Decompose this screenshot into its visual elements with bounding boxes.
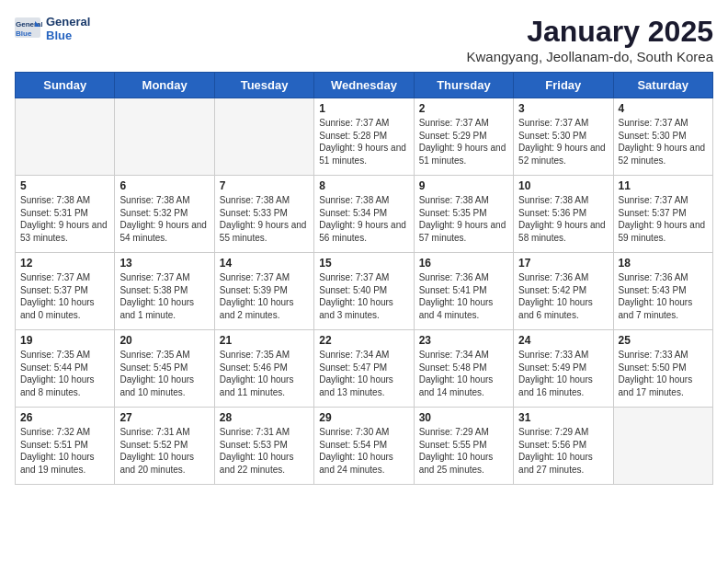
cell-text: Sunrise: 7:34 AM Sunset: 5:48 PM Dayligh… <box>419 349 508 398</box>
cell-text: Sunrise: 7:38 AM Sunset: 5:34 PM Dayligh… <box>319 194 408 244</box>
cell-text: Sunrise: 7:38 AM Sunset: 5:31 PM Dayligh… <box>20 194 109 244</box>
cell-text: Sunrise: 7:37 AM Sunset: 5:40 PM Dayligh… <box>319 271 408 321</box>
cell-text: Sunrise: 7:30 AM Sunset: 5:54 PM Dayligh… <box>319 426 408 476</box>
calendar-cell: 20Sunrise: 7:35 AM Sunset: 5:45 PM Dayli… <box>115 330 214 408</box>
calendar-cell: 10Sunrise: 7:38 AM Sunset: 5:36 PM Dayli… <box>514 176 613 253</box>
cell-text: Sunrise: 7:37 AM Sunset: 5:37 PM Dayligh… <box>619 194 708 244</box>
page-header: General Blue General Blue January 2025 K… <box>15 15 713 64</box>
day-number: 26 <box>20 411 109 424</box>
calendar-cell <box>613 408 712 485</box>
calendar-cell: 8Sunrise: 7:38 AM Sunset: 5:34 PM Daylig… <box>314 176 414 253</box>
day-header-tuesday: Tuesday <box>214 73 313 98</box>
calendar-cell: 7Sunrise: 7:38 AM Sunset: 5:33 PM Daylig… <box>214 176 313 253</box>
day-number: 2 <box>419 102 508 115</box>
day-number: 21 <box>220 334 309 347</box>
calendar-subtitle: Kwangyang, Jeollanam-do, South Korea <box>466 49 713 64</box>
cell-text: Sunrise: 7:37 AM Sunset: 5:28 PM Dayligh… <box>319 117 408 167</box>
cell-text: Sunrise: 7:29 AM Sunset: 5:56 PM Dayligh… <box>518 426 608 476</box>
day-header-monday: Monday <box>115 73 214 98</box>
week-row-5: 26Sunrise: 7:32 AM Sunset: 5:51 PM Dayli… <box>16 408 713 485</box>
day-number: 5 <box>20 179 109 192</box>
header-row: SundayMondayTuesdayWednesdayThursdayFrid… <box>16 73 713 98</box>
day-number: 12 <box>20 257 109 270</box>
calendar-cell: 15Sunrise: 7:37 AM Sunset: 5:40 PM Dayli… <box>314 253 414 330</box>
day-number: 22 <box>319 334 408 347</box>
logo-blue: Blue <box>46 29 90 42</box>
cell-text: Sunrise: 7:37 AM Sunset: 5:29 PM Dayligh… <box>419 117 508 167</box>
week-row-3: 12Sunrise: 7:37 AM Sunset: 5:37 PM Dayli… <box>16 253 713 330</box>
cell-text: Sunrise: 7:29 AM Sunset: 5:55 PM Dayligh… <box>419 426 508 476</box>
week-row-1: 1Sunrise: 7:37 AM Sunset: 5:28 PM Daylig… <box>16 98 713 176</box>
day-number: 18 <box>619 257 708 270</box>
cell-text: Sunrise: 7:35 AM Sunset: 5:45 PM Dayligh… <box>119 349 209 398</box>
calendar-cell: 26Sunrise: 7:32 AM Sunset: 5:51 PM Dayli… <box>16 408 115 485</box>
title-block: January 2025 Kwangyang, Jeollanam-do, So… <box>466 15 713 64</box>
cell-text: Sunrise: 7:36 AM Sunset: 5:43 PM Dayligh… <box>619 271 708 321</box>
cell-text: Sunrise: 7:35 AM Sunset: 5:46 PM Dayligh… <box>220 349 309 398</box>
cell-text: Sunrise: 7:38 AM Sunset: 5:35 PM Dayligh… <box>419 194 508 244</box>
day-number: 17 <box>518 257 608 270</box>
calendar-cell: 6Sunrise: 7:38 AM Sunset: 5:32 PM Daylig… <box>115 176 214 253</box>
calendar-cell: 19Sunrise: 7:35 AM Sunset: 5:44 PM Dayli… <box>16 330 115 408</box>
cell-text: Sunrise: 7:33 AM Sunset: 5:49 PM Dayligh… <box>518 349 608 398</box>
logo-general: General <box>46 15 90 29</box>
calendar-cell: 2Sunrise: 7:37 AM Sunset: 5:29 PM Daylig… <box>414 98 513 176</box>
logo-icon: General Blue <box>15 17 42 40</box>
cell-text: Sunrise: 7:36 AM Sunset: 5:41 PM Dayligh… <box>419 271 508 321</box>
calendar-cell: 29Sunrise: 7:30 AM Sunset: 5:54 PM Dayli… <box>314 408 414 485</box>
day-header-friday: Friday <box>514 73 613 98</box>
day-number: 7 <box>220 179 309 192</box>
calendar-cell: 5Sunrise: 7:38 AM Sunset: 5:31 PM Daylig… <box>16 176 115 253</box>
day-number: 24 <box>518 334 608 347</box>
day-number: 27 <box>119 411 209 424</box>
calendar-cell <box>115 98 214 176</box>
day-number: 29 <box>319 411 408 424</box>
calendar-cell: 16Sunrise: 7:36 AM Sunset: 5:41 PM Dayli… <box>414 253 513 330</box>
calendar-cell: 3Sunrise: 7:37 AM Sunset: 5:30 PM Daylig… <box>514 98 613 176</box>
day-number: 15 <box>319 257 408 270</box>
calendar-cell: 1Sunrise: 7:37 AM Sunset: 5:28 PM Daylig… <box>314 98 414 176</box>
calendar-table: SundayMondayTuesdayWednesdayThursdayFrid… <box>15 72 713 485</box>
cell-text: Sunrise: 7:31 AM Sunset: 5:53 PM Dayligh… <box>220 426 309 476</box>
calendar-cell: 22Sunrise: 7:34 AM Sunset: 5:47 PM Dayli… <box>314 330 414 408</box>
day-number: 16 <box>419 257 508 270</box>
day-header-sunday: Sunday <box>16 73 115 98</box>
cell-text: Sunrise: 7:32 AM Sunset: 5:51 PM Dayligh… <box>20 426 109 476</box>
calendar-cell: 14Sunrise: 7:37 AM Sunset: 5:39 PM Dayli… <box>214 253 313 330</box>
day-number: 20 <box>119 334 209 347</box>
day-number: 10 <box>518 179 608 192</box>
day-header-saturday: Saturday <box>613 73 712 98</box>
week-row-2: 5Sunrise: 7:38 AM Sunset: 5:31 PM Daylig… <box>16 176 713 253</box>
cell-text: Sunrise: 7:38 AM Sunset: 5:32 PM Dayligh… <box>119 194 209 244</box>
calendar-cell: 25Sunrise: 7:33 AM Sunset: 5:50 PM Dayli… <box>613 330 712 408</box>
cell-text: Sunrise: 7:38 AM Sunset: 5:36 PM Dayligh… <box>518 194 608 244</box>
calendar-cell: 27Sunrise: 7:31 AM Sunset: 5:52 PM Dayli… <box>115 408 214 485</box>
cell-text: Sunrise: 7:33 AM Sunset: 5:50 PM Dayligh… <box>619 349 708 398</box>
cell-text: Sunrise: 7:37 AM Sunset: 5:39 PM Dayligh… <box>220 271 309 321</box>
day-header-thursday: Thursday <box>414 73 513 98</box>
calendar-title: January 2025 <box>466 15 713 49</box>
calendar-cell: 23Sunrise: 7:34 AM Sunset: 5:48 PM Dayli… <box>414 330 513 408</box>
cell-text: Sunrise: 7:36 AM Sunset: 5:42 PM Dayligh… <box>518 271 608 321</box>
day-number: 14 <box>220 257 309 270</box>
calendar-cell: 4Sunrise: 7:37 AM Sunset: 5:30 PM Daylig… <box>613 98 712 176</box>
calendar-cell: 21Sunrise: 7:35 AM Sunset: 5:46 PM Dayli… <box>214 330 313 408</box>
cell-text: Sunrise: 7:37 AM Sunset: 5:37 PM Dayligh… <box>20 271 109 321</box>
calendar-cell: 30Sunrise: 7:29 AM Sunset: 5:55 PM Dayli… <box>414 408 513 485</box>
week-row-4: 19Sunrise: 7:35 AM Sunset: 5:44 PM Dayli… <box>16 330 713 408</box>
day-number: 25 <box>619 334 708 347</box>
cell-text: Sunrise: 7:37 AM Sunset: 5:30 PM Dayligh… <box>518 117 608 167</box>
day-number: 1 <box>319 102 408 115</box>
calendar-cell: 31Sunrise: 7:29 AM Sunset: 5:56 PM Dayli… <box>514 408 613 485</box>
calendar-cell: 13Sunrise: 7:37 AM Sunset: 5:38 PM Dayli… <box>115 253 214 330</box>
day-number: 9 <box>419 179 508 192</box>
cell-text: Sunrise: 7:37 AM Sunset: 5:38 PM Dayligh… <box>119 271 209 321</box>
day-number: 4 <box>619 102 708 115</box>
svg-text:Blue: Blue <box>16 29 32 38</box>
day-number: 13 <box>119 257 209 270</box>
calendar-cell: 12Sunrise: 7:37 AM Sunset: 5:37 PM Dayli… <box>16 253 115 330</box>
svg-text:General: General <box>16 20 42 29</box>
calendar-cell <box>214 98 313 176</box>
day-number: 8 <box>319 179 408 192</box>
day-number: 3 <box>518 102 608 115</box>
